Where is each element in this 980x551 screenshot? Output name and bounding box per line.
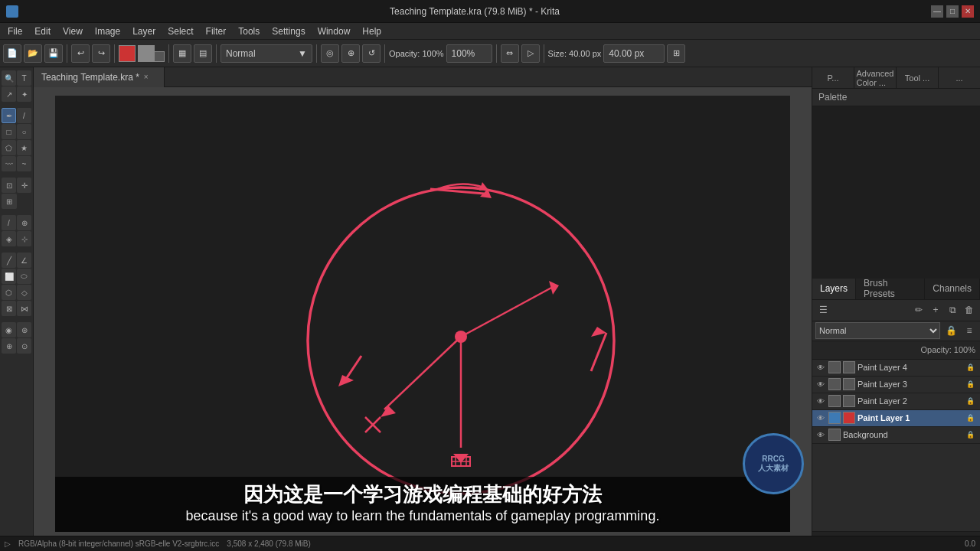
star-tool[interactable]: ★ <box>17 140 31 155</box>
brush-settings-button[interactable]: ⊕ <box>341 44 360 63</box>
smart-patch[interactable]: ◈ <box>2 231 16 246</box>
layers-edit-btn[interactable]: ✏ <box>911 302 926 318</box>
dynamic-brush[interactable]: ~ <box>17 156 31 171</box>
channels-tab[interactable]: Channels <box>925 279 980 299</box>
brush-preset-button[interactable]: ◎ <box>321 44 339 63</box>
gradient-button[interactable]: ▤ <box>194 44 212 63</box>
colorize-mask[interactable]: ⊹ <box>17 231 31 246</box>
blend-mode-dropdown[interactable]: Normal ▼ <box>220 44 312 63</box>
calligraphy[interactable]: / <box>17 108 31 123</box>
pattern-button[interactable]: ▦ <box>173 44 191 63</box>
layer-eye-icon[interactable]: 👁 <box>815 412 826 423</box>
fill-tool[interactable]: ◉ <box>2 322 16 337</box>
zoom-tool[interactable]: 🔍 <box>2 70 16 86</box>
layer-list: 👁 Paint Layer 4 🔒 👁 Paint Layer 3 🔒 👁 Pa… <box>812 360 980 532</box>
reference[interactable]: ⊕ <box>2 338 16 354</box>
text-tool[interactable]: T <box>17 70 31 86</box>
freehand-selection[interactable]: ⬡ <box>2 285 16 300</box>
canvas-tab[interactable]: Teaching Template.kra * × <box>34 67 165 87</box>
menu-layer[interactable]: Layer <box>128 24 160 38</box>
mirror-v-button[interactable]: ▷ <box>521 44 540 63</box>
layer-item-active[interactable]: 👁 Paint Layer 1 🔒 <box>812 410 980 427</box>
brush-size-input[interactable] <box>603 44 665 63</box>
enclose-fill[interactable]: ⊛ <box>17 322 31 337</box>
line-tool[interactable]: ╱ <box>2 253 16 268</box>
minimize-button[interactable]: — <box>931 5 943 18</box>
move-tool[interactable]: ✛ <box>17 178 31 193</box>
contiguous-selection[interactable]: ↗ <box>2 86 16 102</box>
layer-eye-icon[interactable]: 👁 <box>815 379 826 390</box>
freehand-path[interactable]: 〰 <box>2 156 16 171</box>
open-button[interactable]: 📂 <box>24 44 42 63</box>
menu-tools[interactable]: Tools <box>234 24 264 38</box>
rectangle-tool[interactable]: □ <box>2 124 16 139</box>
panel-tab-more[interactable]: ... <box>939 67 980 88</box>
menu-window[interactable]: Window <box>313 24 355 38</box>
maximize-button[interactable]: □ <box>946 5 959 18</box>
layer-filter-btn[interactable]: ≡ <box>962 323 977 338</box>
angle-tool[interactable]: ∠ <box>17 253 31 268</box>
layer-eye-icon[interactable]: 👁 <box>815 396 826 406</box>
assistants[interactable]: ⊙ <box>17 338 31 354</box>
menu-filter[interactable]: Filter <box>201 24 231 38</box>
panel-tab-tool[interactable]: Tool ... <box>897 67 939 88</box>
separator <box>316 44 317 63</box>
layers-menu-btn[interactable]: ☰ <box>815 302 831 318</box>
canvas-tab-close[interactable]: × <box>144 73 149 81</box>
gradient-tool[interactable]: / <box>2 215 16 230</box>
layers-tab[interactable]: Layers <box>812 279 856 299</box>
panel-tab-advanced-color[interactable]: Advanced Color ... <box>854 67 897 88</box>
background-color[interactable] <box>138 45 155 62</box>
separator <box>384 44 385 63</box>
layer-lock-btn[interactable]: 🔒 <box>943 323 959 338</box>
layers-toolbar: ☰ ✏ + ⧉ 🗑 <box>812 300 980 321</box>
brush-refresh-button[interactable]: ↺ <box>362 44 381 63</box>
polygon-tool[interactable]: ⬠ <box>2 140 16 155</box>
main-layout: 🔍 T ↗ ✦ ✒ / □ ○ ⬠ ★ 〰 ~ ⊡ ✛ ⊞ <box>0 67 980 551</box>
ellipse-tool[interactable]: ○ <box>17 124 31 139</box>
layers-copy-btn[interactable]: ⧉ <box>945 302 960 318</box>
layers-delete-btn[interactable]: 🗑 <box>962 302 977 318</box>
layers-add-btn[interactable]: + <box>928 302 943 318</box>
layer-mask-thumb <box>843 361 855 373</box>
menu-edit[interactable]: Edit <box>30 24 55 38</box>
redo-button[interactable]: ↪ <box>92 44 110 63</box>
color-swap[interactable] <box>154 51 165 62</box>
menu-settings[interactable]: Settings <box>267 24 309 38</box>
size-settings-button[interactable]: ⊞ <box>667 44 685 63</box>
save-button[interactable]: 💾 <box>44 44 63 63</box>
mirror-h-button[interactable]: ⇔ <box>501 44 519 63</box>
layer-blend-mode[interactable]: Normal Multiply Screen <box>815 322 940 339</box>
layer-eye-icon[interactable]: 👁 <box>815 362 826 373</box>
menu-view[interactable]: View <box>58 24 87 38</box>
foreground-color[interactable] <box>119 45 136 62</box>
layer-item[interactable]: 👁 Paint Layer 4 🔒 <box>812 360 980 377</box>
sample-color[interactable]: ⊕ <box>17 215 31 230</box>
warp-selection[interactable]: ⋈ <box>17 301 31 316</box>
layer-item[interactable]: 👁 Paint Layer 3 🔒 <box>812 377 980 393</box>
new-doc-button[interactable]: 📄 <box>3 44 21 63</box>
opacity-input[interactable] <box>446 44 492 63</box>
undo-button[interactable]: ↩ <box>71 44 90 63</box>
freehand-brush[interactable]: ✒ <box>2 108 16 123</box>
bezier-selection[interactable]: ◇ <box>17 285 31 300</box>
transform-selection[interactable]: ⊠ <box>2 301 16 316</box>
brush-presets-tab[interactable]: Brush Presets <box>856 279 925 299</box>
menu-file[interactable]: File <box>3 24 27 38</box>
layer-name: Paint Layer 3 <box>858 380 964 389</box>
ellipse-selection[interactable]: ⬭ <box>17 269 31 284</box>
menu-select[interactable]: Select <box>163 24 198 38</box>
close-button[interactable]: ✕ <box>962 5 974 18</box>
layer-item[interactable]: 👁 Background 🔒 <box>812 427 980 444</box>
panel-tab-palette[interactable]: P... <box>812 67 854 88</box>
layer-item[interactable]: 👁 Paint Layer 2 🔒 <box>812 393 980 410</box>
transform-tool[interactable]: ⊡ <box>2 178 16 193</box>
canvas-wrapper[interactable]: 因为这是一个学习游戏编程基础的好方法 because it's a good w… <box>34 87 812 540</box>
menu-image[interactable]: Image <box>90 24 125 38</box>
layer-eye-icon[interactable]: 👁 <box>815 429 826 440</box>
crop-tool[interactable]: ⊞ <box>2 194 17 209</box>
menu-help[interactable]: Help <box>358 24 386 38</box>
color-palette-area <box>812 106 980 279</box>
similar-color[interactable]: ✦ <box>17 86 31 102</box>
rect-selection[interactable]: ⬜ <box>2 269 16 284</box>
